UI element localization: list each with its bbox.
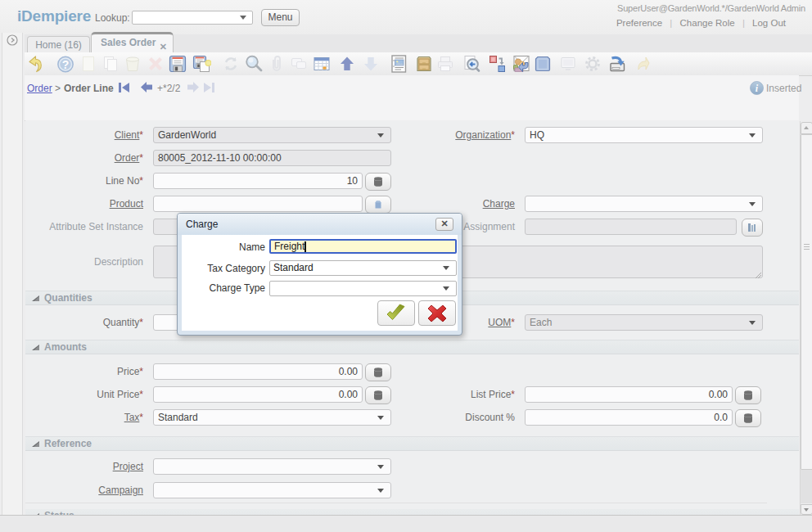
svg-text:?: ? xyxy=(62,58,70,71)
